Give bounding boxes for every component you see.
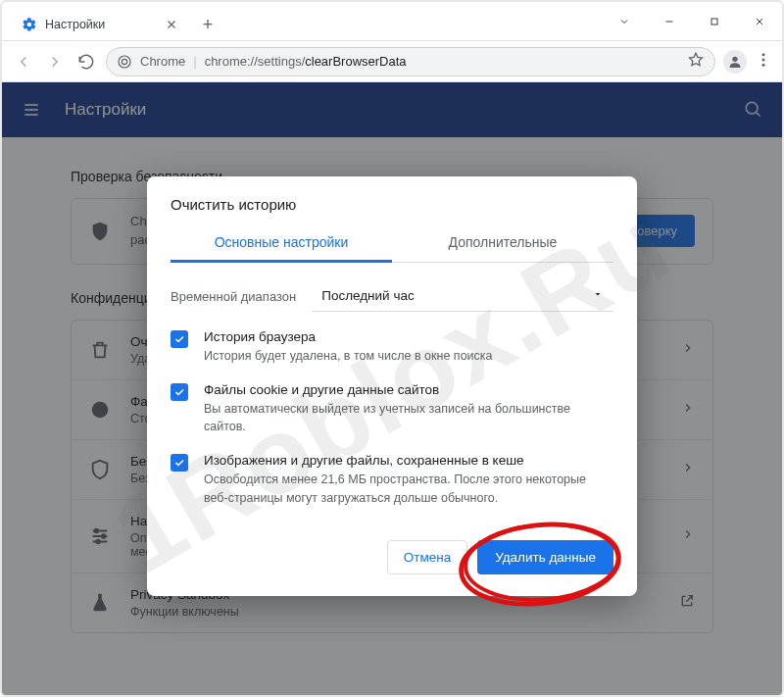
clear-data-dialog: Очистить историю Основные настройки Допо… <box>147 176 637 596</box>
svg-rect-0 <box>711 19 717 25</box>
window-dropdown-button[interactable] <box>602 2 647 41</box>
omnibox-prefix: Chrome <box>140 54 185 69</box>
option-title: История браузера <box>204 329 493 344</box>
option-cookies[interactable]: Файлы cookie и другие данные сайтов Вы а… <box>171 382 613 435</box>
checkbox-checked[interactable] <box>171 330 188 348</box>
time-range-row: Временной диапазон Последний час <box>171 280 613 312</box>
delete-data-button[interactable]: Удалить данные <box>477 540 613 574</box>
dropdown-value: Последний час <box>321 288 415 303</box>
tab-basic[interactable]: Основные настройки <box>171 224 392 263</box>
dialog-actions: Отмена Удалить данные <box>171 540 613 574</box>
window-titlebar: Настройки + <box>2 2 782 41</box>
option-history[interactable]: История браузера История будет удалена, … <box>171 329 613 365</box>
dialog-title: Очистить историю <box>171 196 613 213</box>
omnibox-url: chrome://settings/clearBrowserData <box>205 54 407 69</box>
window-minimize-button[interactable] <box>647 2 692 41</box>
svg-point-5 <box>762 59 765 62</box>
close-icon[interactable] <box>165 18 178 31</box>
option-title: Файлы cookie и другие данные сайтов <box>204 382 613 397</box>
browser-toolbar: Chrome | chrome://settings/clearBrowserD… <box>2 41 782 82</box>
profile-avatar[interactable] <box>723 50 747 74</box>
window-close-button[interactable] <box>737 2 782 41</box>
svg-point-4 <box>762 53 765 56</box>
tab-title: Настройки <box>45 18 157 31</box>
browser-menu-button[interactable] <box>755 51 772 72</box>
back-button[interactable] <box>12 50 35 74</box>
plus-icon: + <box>203 15 214 35</box>
bookmark-star-icon[interactable] <box>687 51 705 72</box>
dialog-tabs: Основные настройки Дополнительные <box>171 224 613 263</box>
gear-icon <box>22 17 37 32</box>
option-sub: Вы автоматически выйдете из учетных запи… <box>204 400 613 435</box>
omnibox-actions <box>687 51 705 72</box>
option-sub: Освободится менее 21,6 МБ пространства. … <box>204 471 613 506</box>
window-maximize-button[interactable] <box>692 2 737 41</box>
checkbox-checked[interactable] <box>171 454 188 472</box>
svg-point-6 <box>762 64 765 67</box>
time-range-dropdown[interactable]: Последний час <box>312 280 613 312</box>
browser-tabs: Настройки + <box>2 2 221 40</box>
tab-advanced[interactable]: Дополнительные <box>392 224 613 262</box>
new-tab-button[interactable]: + <box>194 11 221 38</box>
cancel-button[interactable]: Отмена <box>387 540 467 574</box>
option-sub: История будет удалена, в том числе в окн… <box>204 347 493 365</box>
checkbox-checked[interactable] <box>171 383 188 401</box>
svg-point-3 <box>732 56 737 61</box>
svg-point-2 <box>122 59 126 64</box>
reload-button[interactable] <box>74 50 98 74</box>
address-bar[interactable]: Chrome | chrome://settings/clearBrowserD… <box>106 47 715 76</box>
omnibox-separator: | <box>193 54 196 69</box>
window-controls <box>602 2 782 41</box>
svg-point-1 <box>119 56 130 68</box>
page-content: Настройки Проверка безопасности Chrome п… <box>2 82 782 695</box>
time-range-label: Временной диапазон <box>171 289 296 304</box>
chrome-icon <box>117 54 132 70</box>
browser-tab-active[interactable]: Настройки <box>12 9 188 40</box>
option-title: Изображения и другие файлы, сохраненные … <box>204 453 613 468</box>
forward-button[interactable] <box>43 50 67 74</box>
caret-down-icon <box>592 288 604 303</box>
option-cache[interactable]: Изображения и другие файлы, сохраненные … <box>171 453 613 506</box>
